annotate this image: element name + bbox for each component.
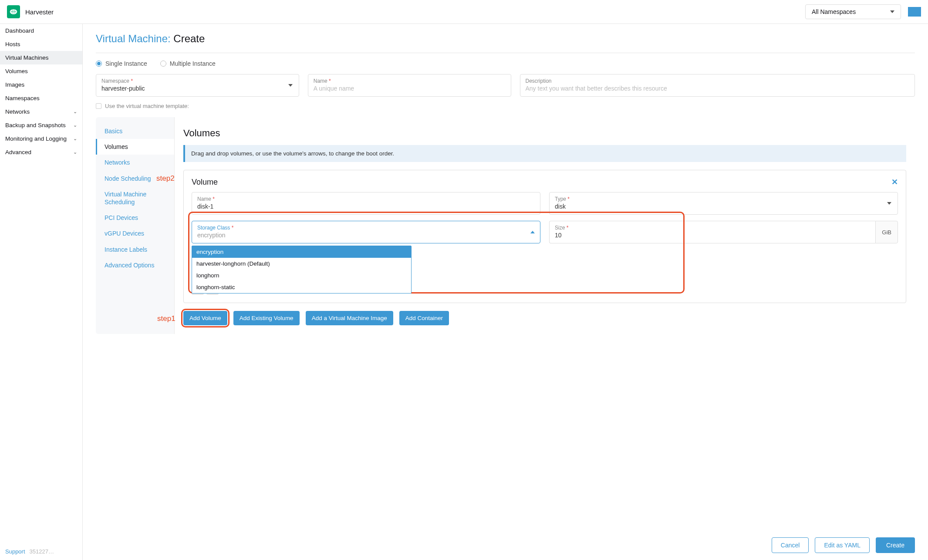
edit-yaml-button[interactable]: Edit as YAML bbox=[815, 537, 870, 553]
sidebar-item-monitoring-and-logging[interactable]: Monitoring and Logging⌄ bbox=[0, 132, 82, 145]
volumes-banner: Drag and drop volumes, or use the volume… bbox=[183, 145, 906, 162]
namespace-field[interactable]: Namespace * harvester-public bbox=[96, 74, 299, 97]
namespace-selector-value: All Namespaces bbox=[812, 8, 856, 15]
annotation-step2: step2 bbox=[156, 174, 175, 183]
sidebar-item-hosts[interactable]: Hosts bbox=[0, 37, 82, 51]
add-volume-button[interactable]: Add Volume bbox=[183, 311, 227, 325]
sidebar-item-dashboard[interactable]: Dashboard bbox=[0, 24, 82, 37]
annotation-step1: step1 bbox=[157, 314, 175, 323]
avatar[interactable] bbox=[908, 7, 921, 17]
page-title: Virtual Machine: Create bbox=[96, 33, 915, 45]
chevron-down-icon: ⌄ bbox=[73, 122, 77, 128]
config-tabs: BasicsVolumesNetworksNode SchedulingVirt… bbox=[96, 117, 174, 334]
sidebar-item-backup-and-snapshots[interactable]: Backup and Snapshots⌄ bbox=[0, 118, 82, 132]
tab-pci-devices[interactable]: PCI Devices bbox=[96, 210, 174, 226]
chevron-down-icon: ⌄ bbox=[73, 149, 77, 155]
chevron-down-icon: ⌄ bbox=[73, 109, 77, 115]
radio-multiple-instance[interactable]: Multiple Instance bbox=[160, 60, 216, 67]
namespace-selector[interactable]: All Namespaces bbox=[805, 4, 901, 19]
name-field[interactable]: Name * A unique name bbox=[308, 74, 511, 97]
volume-type-field[interactable]: Type * disk bbox=[549, 192, 898, 215]
chevron-up-icon bbox=[530, 231, 535, 233]
add-vm-image-button[interactable]: Add a Virtual Machine Image bbox=[306, 311, 393, 325]
tab-basics[interactable]: Basics bbox=[96, 123, 174, 139]
tab-advanced-options[interactable]: Advanced Options bbox=[96, 257, 174, 273]
chevron-down-icon: ⌄ bbox=[73, 136, 77, 142]
storage-class-option[interactable]: longhorn bbox=[192, 270, 411, 281]
description-field[interactable]: Description Any text you want that bette… bbox=[520, 74, 915, 97]
sidebar-item-virtual-machines[interactable]: Virtual Machines bbox=[0, 51, 82, 64]
sidebar-item-networks[interactable]: Networks⌄ bbox=[0, 105, 82, 118]
volume-remove-icon[interactable]: ✕ bbox=[891, 177, 898, 187]
volumes-heading: Volumes bbox=[183, 128, 906, 139]
sidebar-item-images[interactable]: Images bbox=[0, 78, 82, 91]
support-link[interactable]: Support bbox=[5, 548, 25, 555]
storage-class-dropdown: encryptionharvester-longhorn (Default)lo… bbox=[192, 246, 412, 293]
template-checkbox[interactable]: Use the virtual machine template: bbox=[96, 103, 915, 109]
tab-vgpu-devices[interactable]: vGPU Devices bbox=[96, 226, 174, 241]
tab-volumes[interactable]: Volumes bbox=[96, 139, 175, 155]
volume-card-title: Volume bbox=[192, 178, 218, 187]
storage-class-option[interactable]: longhorn-static bbox=[192, 281, 411, 293]
add-container-button[interactable]: Add Container bbox=[399, 311, 449, 325]
create-button[interactable]: Create bbox=[876, 537, 915, 553]
storage-class-option[interactable]: harvester-longhorn (Default) bbox=[192, 258, 411, 270]
sidebar-item-advanced[interactable]: Advanced⌄ bbox=[0, 145, 82, 159]
top-header: Harvester All Namespaces bbox=[0, 0, 928, 24]
main-content: Virtual Machine: Create Single Instance … bbox=[83, 24, 928, 560]
footer-actions: Cancel Edit as YAML Create bbox=[83, 530, 928, 560]
sidebar-item-volumes[interactable]: Volumes bbox=[0, 64, 82, 78]
volume-size-field[interactable]: Size * 10 bbox=[549, 221, 875, 243]
sidebar: DashboardHostsVirtual MachinesVolumesIma… bbox=[0, 24, 83, 560]
tab-instance-labels[interactable]: Instance Labels bbox=[96, 242, 174, 257]
version-text: 351227… bbox=[30, 548, 54, 555]
radio-single-instance[interactable]: Single Instance bbox=[96, 60, 147, 67]
add-existing-volume-button[interactable]: Add Existing Volume bbox=[233, 311, 300, 325]
storage-class-option[interactable]: encryption bbox=[192, 246, 411, 258]
tab-virtual-machine-scheduling[interactable]: Virtual Machine Scheduling bbox=[96, 186, 174, 210]
brand-logo bbox=[7, 5, 20, 18]
tab-networks[interactable]: Networks bbox=[96, 155, 174, 170]
volume-name-field[interactable]: Name * disk-1 bbox=[192, 192, 540, 215]
storage-class-field[interactable]: Storage Class * encryption bbox=[192, 221, 540, 243]
tab-body-volumes: Volumes Drag and drop volumes, or use th… bbox=[174, 117, 915, 334]
brand-name: Harvester bbox=[25, 8, 54, 16]
size-suffix: GiB bbox=[875, 221, 898, 243]
sidebar-item-namespaces[interactable]: Namespaces bbox=[0, 91, 82, 105]
cancel-button[interactable]: Cancel bbox=[772, 537, 809, 553]
volume-card: Volume ✕ Name * disk-1 Type * disk bbox=[183, 170, 906, 303]
